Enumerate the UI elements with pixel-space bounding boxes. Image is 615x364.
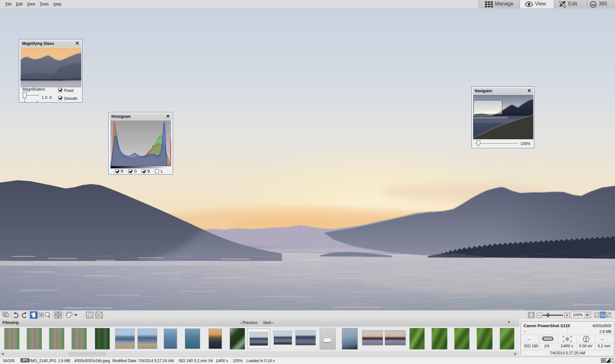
svg-text:100%: 100% bbox=[573, 313, 583, 317]
svg-text:365: 365 bbox=[591, 4, 595, 6]
svg-text:1:1: 1:1 bbox=[601, 313, 605, 317]
